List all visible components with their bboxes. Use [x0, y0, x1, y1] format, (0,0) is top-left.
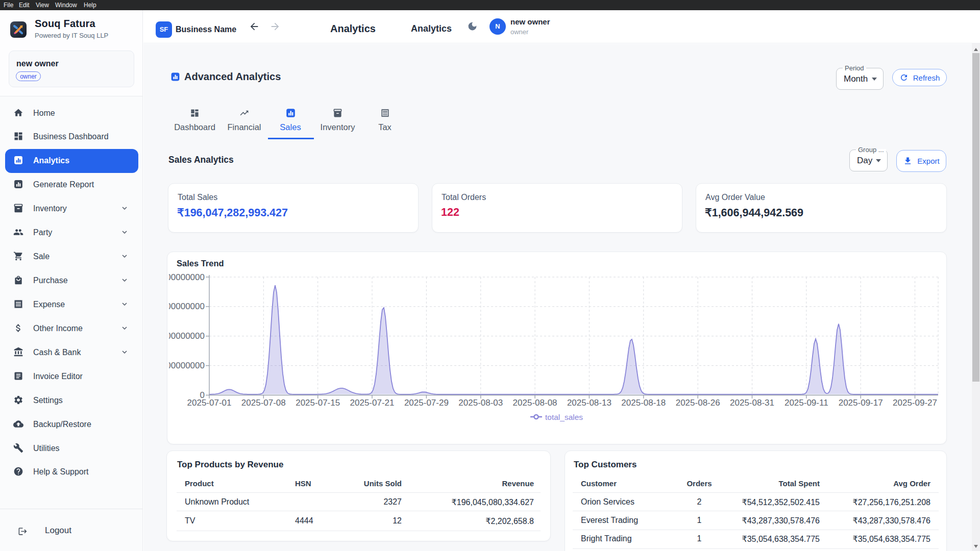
svg-text:2025-07-21: 2025-07-21 — [350, 398, 395, 408]
svg-text:2025-08-26: 2025-08-26 — [676, 398, 720, 408]
svg-text:2025-08-13: 2025-08-13 — [567, 398, 611, 408]
svg-text:total_sales: total_sales — [545, 413, 583, 421]
svg-text:2025-07-01: 2025-07-01 — [187, 398, 232, 408]
svg-text:30000000000: 30000000000 — [167, 302, 205, 311]
svg-text:40000000000: 40000000000 — [167, 272, 205, 282]
svg-text:2025-09-27: 2025-09-27 — [893, 398, 937, 408]
svg-text:2025-08-03: 2025-08-03 — [458, 398, 503, 408]
svg-text:10000000000: 10000000000 — [167, 361, 205, 370]
svg-text:2025-07-08: 2025-07-08 — [241, 398, 286, 408]
svg-text:20000000000: 20000000000 — [167, 331, 205, 341]
svg-text:2025-07-15: 2025-07-15 — [296, 398, 340, 408]
svg-text:2025-09-11: 2025-09-11 — [785, 398, 828, 408]
svg-text:2025-08-31: 2025-08-31 — [730, 398, 774, 408]
svg-text:2025-08-08: 2025-08-08 — [513, 398, 557, 408]
svg-text:2025-09-17: 2025-09-17 — [839, 398, 883, 408]
svg-text:2025-08-18: 2025-08-18 — [621, 398, 666, 408]
svg-text:2025-07-29: 2025-07-29 — [404, 398, 449, 408]
